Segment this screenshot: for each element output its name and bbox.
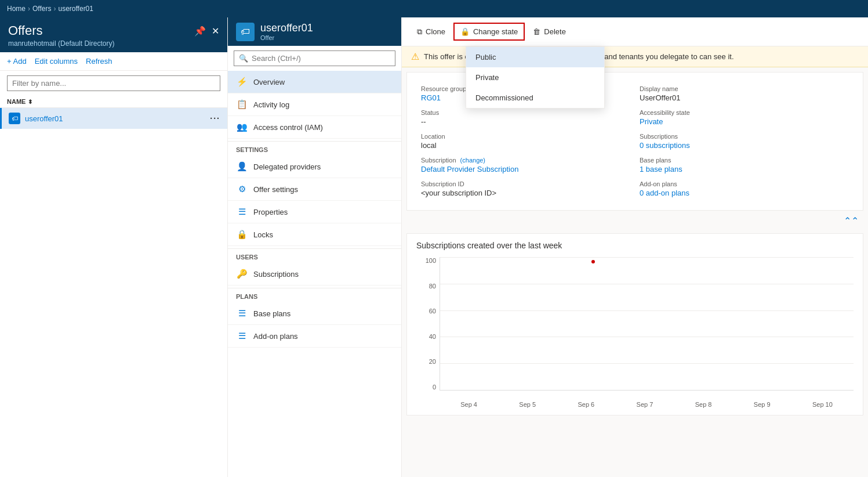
search-box[interactable]: 🔍 [234, 50, 395, 66]
access-control-icon: 👥 [236, 121, 248, 133]
change-state-dropdown: Public Private Decommissioned [466, 46, 605, 109]
accessibility-state-label: Accessibility state [640, 109, 849, 116]
subscription-value: Default Provider Subscription [421, 165, 630, 174]
delete-icon: 🗑 [533, 27, 540, 36]
middle-panel: 🏷 useroffer01 Offer 🔍 ⚡ Overview 📋 Activ… [228, 17, 402, 477]
dropdown-item-public[interactable]: Public [466, 47, 604, 67]
subscription-change-link[interactable]: (change) [460, 157, 485, 164]
add-on-plans-value: 0 add-on plans [640, 189, 849, 197]
top-bar: Home › Offers › useroffer01 [0, 0, 868, 17]
nav-item-overview[interactable]: ⚡ Overview [228, 71, 401, 93]
locks-icon: 🔒 [236, 229, 248, 240]
chart-area: 100 80 60 40 20 0 [416, 257, 854, 408]
middle-title: useroffer01 [260, 22, 313, 34]
subscription-id-label: Subscription ID [421, 180, 630, 187]
base-plans-label: Base plans [640, 157, 849, 164]
y-label-0: 0 [416, 384, 440, 391]
nav-item-add-on-plans[interactable]: ☰ Add-on plans [228, 325, 401, 348]
refresh-button[interactable]: Refresh [86, 57, 112, 66]
close-left-panel-button[interactable]: ✕ [212, 26, 219, 37]
subscriptions-count-link[interactable]: 0 subscriptions [640, 141, 690, 150]
base-plans-value: 1 base plans [640, 165, 849, 174]
resource-group-link[interactable]: RG01 [421, 93, 441, 102]
search-input[interactable] [252, 54, 390, 63]
add-on-plans-icon: ☰ [236, 330, 248, 342]
status-value: -- [421, 117, 630, 126]
list-item-menu-button[interactable]: ··· [210, 114, 220, 123]
breadcrumb-current: useroffer01 [58, 5, 93, 13]
nav-item-locks[interactable]: 🔒 Locks [228, 223, 401, 246]
dropdown-item-private[interactable]: Private [466, 67, 604, 88]
warning-icon: ⚠ [411, 51, 419, 62]
accessibility-state-link[interactable]: Private [640, 117, 663, 126]
pin-button[interactable]: 📌 [194, 26, 206, 37]
right-content: ⚠ This offer is currently Private, meani… [402, 46, 868, 477]
display-name-value: UserOffer01 [640, 93, 849, 102]
list-item-name: useroffer01 [25, 114, 63, 123]
x-label-sep8: Sep 8 [695, 401, 712, 408]
nav-item-subscriptions[interactable]: 🔑 Subscriptions [228, 263, 401, 286]
location-value: local [421, 141, 630, 150]
nav-item-properties[interactable]: ☰ Properties [228, 201, 401, 223]
offer-icon: 🏷 [9, 113, 20, 124]
add-on-plans-link[interactable]: 0 add-on plans [640, 189, 689, 197]
collapse-button[interactable]: ⌃⌃ [844, 215, 859, 226]
chart-section: Subscriptions created over the last week… [406, 233, 863, 415]
status-detail: Status -- [416, 106, 635, 129]
users-section-header: USERS [228, 248, 401, 263]
nav-item-delegated-providers[interactable]: 👤 Delegated providers [228, 156, 401, 178]
display-name-label: Display name [640, 85, 849, 92]
subscription-link[interactable]: Default Provider Subscription [421, 165, 518, 174]
change-state-button[interactable]: 🔒 Change state [453, 23, 525, 41]
nav-item-access-control[interactable]: 👥 Access control (IAM) [228, 116, 401, 139]
list-item[interactable]: 🏷 useroffer01 ··· [0, 108, 227, 129]
x-label-sep10: Sep 10 [812, 401, 833, 408]
delegated-providers-icon: 👤 [236, 161, 248, 172]
left-panel: Offers manrutehotmail (Default Directory… [0, 17, 228, 477]
nav-item-offer-settings[interactable]: ⚙ Offer settings [228, 178, 401, 201]
base-plans-icon: ☰ [236, 308, 248, 319]
display-name-detail: Display name UserOffer01 [635, 82, 854, 106]
breadcrumb-offers[interactable]: Offers [32, 5, 51, 13]
nav-item-base-plans[interactable]: ☰ Base plans [228, 302, 401, 325]
nav-item-activity-log[interactable]: 📋 Activity log [228, 93, 401, 116]
main-layout: Offers manrutehotmail (Default Directory… [0, 17, 868, 477]
add-button[interactable]: + Add [7, 57, 27, 66]
properties-icon: ☰ [236, 206, 248, 218]
accessibility-state-detail: Accessibility state Private [635, 106, 854, 129]
overview-icon: ⚡ [236, 76, 248, 88]
x-label-sep4: Sep 4 [460, 401, 477, 408]
chart-title: Subscriptions created over the last week [416, 241, 854, 250]
location-label: Location [421, 133, 630, 140]
status-label: Status [421, 109, 630, 116]
x-label-sep7: Sep 7 [637, 401, 653, 408]
left-panel-subtitle: manrutehotmail (Default Directory) [8, 39, 114, 48]
breadcrumb-home[interactable]: Home [7, 5, 26, 13]
location-detail: Location local [416, 129, 635, 153]
base-plans-link[interactable]: 1 base plans [640, 165, 682, 174]
filter-input[interactable] [7, 75, 220, 91]
x-label-sep9: Sep 9 [754, 401, 771, 408]
nav-item-overview-label: Overview [253, 78, 285, 86]
left-toolbar: + Add Edit columns Refresh [0, 52, 227, 71]
y-label-80: 80 [416, 283, 440, 290]
add-on-plans-detail: Add-on plans 0 add-on plans [635, 177, 854, 201]
x-axis: Sep 4 Sep 5 Sep 6 Sep 7 Sep 8 Sep 9 Sep … [440, 401, 854, 408]
left-panel-title: Offers [8, 23, 114, 38]
right-panel: ⧉ Clone 🔒 Change state 🗑 Delete Public P… [402, 17, 868, 477]
subscription-id-detail: Subscription ID <your subscription ID> [416, 177, 635, 201]
edit-columns-button[interactable]: Edit columns [35, 57, 78, 66]
y-axis: 100 80 60 40 20 0 [416, 257, 440, 391]
clone-button[interactable]: ⧉ Clone [411, 24, 451, 40]
middle-icon: 🏷 [236, 23, 255, 41]
subscription-id-value: <your subscription ID> [421, 189, 630, 197]
dropdown-item-decommissioned[interactable]: Decommissioned [466, 88, 604, 108]
y-label-60: 60 [416, 308, 440, 315]
middle-subtitle: Offer [260, 34, 313, 41]
settings-section-header: SETTINGS [228, 141, 401, 156]
nav-item-access-control-label: Access control (IAM) [253, 123, 323, 132]
delete-button[interactable]: 🗑 Delete [527, 24, 572, 39]
left-panel-header: Offers manrutehotmail (Default Directory… [0, 17, 227, 52]
y-label-20: 20 [416, 358, 440, 365]
name-header: NAME ⬍ [0, 96, 227, 108]
